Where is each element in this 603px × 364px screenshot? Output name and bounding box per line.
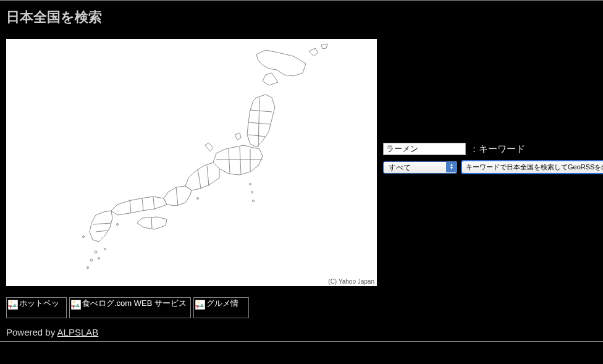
image-alt-text: グルメ情	[206, 299, 238, 308]
image-alt-text: ホットペッ	[19, 299, 59, 308]
powered-prefix: Powered by	[6, 327, 57, 337]
submit-row: すべて ▲ ▼ キーワードで日本全国を検索してGeoRSSを出力	[383, 160, 603, 174]
svg-point-30	[11, 302, 12, 303]
category-select[interactable]: すべて	[383, 161, 457, 174]
broken-image-icon	[195, 300, 205, 310]
svg-point-34	[198, 302, 200, 303]
svg-rect-33	[195, 300, 205, 310]
svg-rect-0	[6, 39, 377, 286]
svg-rect-31	[71, 300, 81, 310]
header: 日本全国を検索	[0, 0, 603, 33]
keyword-input[interactable]	[383, 143, 466, 155]
keyword-row: ：キーワード	[383, 143, 603, 155]
footer-credits: ホットペッ 食べログ.com WEB サービス グルメ情	[0, 291, 603, 318]
svg-rect-29	[8, 300, 18, 310]
search-panel: ：キーワード すべて ▲ ▼ キーワードで日本全国を検索してGeoRSSを出力	[383, 39, 603, 286]
hotpepper-credit-image[interactable]: ホットペッ	[6, 297, 67, 318]
divider	[0, 341, 603, 342]
alpslab-link[interactable]: ALPSLAB	[57, 327, 99, 337]
map-credit: (C) Yahoo Japan	[328, 278, 374, 285]
broken-image-icon	[8, 300, 18, 310]
broken-image-icon	[71, 300, 81, 310]
svg-point-32	[74, 302, 75, 303]
page-title: 日本全国を検索	[6, 8, 597, 27]
gurunavi-credit-image[interactable]: グルメ情	[193, 297, 249, 318]
search-submit-button[interactable]: キーワードで日本全国を検索してGeoRSSを出力	[461, 160, 603, 174]
content: (C) Yahoo Japan ：キーワード すべて ▲ ▼ キーワードで日本全…	[0, 33, 603, 286]
tabelog-credit-image[interactable]: 食べログ.com WEB サービス	[69, 297, 191, 318]
image-alt-text: 食べログ.com WEB サービス	[82, 299, 187, 308]
keyword-label: ：キーワード	[470, 143, 525, 155]
map-svg	[6, 39, 377, 286]
japan-map[interactable]: (C) Yahoo Japan	[6, 39, 377, 286]
category-select-wrapper: すべて ▲ ▼	[383, 161, 457, 174]
powered-by: Powered by ALPSLAB	[0, 318, 603, 337]
